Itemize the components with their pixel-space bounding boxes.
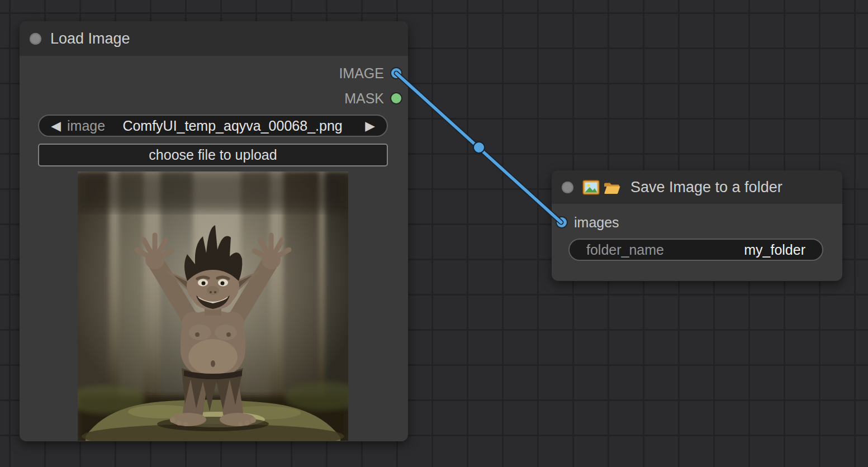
input-slot-images: images — [557, 213, 619, 231]
image-combo-value[interactable]: ComfyUI_temp_aqyva_00068_.png — [105, 118, 360, 134]
output-slot-image-label: IMAGE — [339, 65, 384, 82]
collapse-dot-icon[interactable] — [30, 33, 41, 45]
node-save-image-to-folder[interactable]: Save Image to a folder images folder_nam… — [552, 170, 842, 281]
node-title: Save Image to a folder — [630, 179, 782, 196]
folder-icon — [603, 179, 620, 196]
node-title-icons — [582, 179, 620, 196]
output-slot-mask-label: MASK — [344, 90, 384, 107]
next-arrow-icon[interactable]: ▶ — [360, 120, 380, 132]
output-slot-image: IMAGE — [339, 64, 401, 82]
troll-preview-image — [78, 171, 348, 441]
node-canvas[interactable]: Load Image IMAGE MASK ◀ image ComfyUI_te… — [0, 0, 868, 467]
image-preview — [78, 171, 348, 441]
input-slot-images-label: images — [574, 215, 619, 231]
collapse-dot-icon[interactable] — [562, 182, 573, 193]
node-title: Load Image — [50, 30, 130, 47]
node-load-image-header[interactable]: Load Image — [20, 21, 408, 56]
output-slot-mask-dot[interactable] — [391, 93, 401, 103]
folder-name-value[interactable]: my_folder — [744, 242, 805, 258]
prev-arrow-icon[interactable]: ◀ — [46, 120, 66, 132]
choose-file-button[interactable]: choose file to upload — [38, 144, 388, 166]
image-combo-label: image — [67, 118, 105, 134]
folder-name-widget[interactable]: folder_name my_folder — [568, 239, 823, 261]
input-slot-images-dot[interactable] — [557, 217, 567, 227]
link-image-to-images[interactable] — [396, 73, 561, 222]
folder-name-label: folder_name — [586, 242, 664, 258]
output-slot-image-dot[interactable] — [391, 68, 401, 78]
node-save-header[interactable]: Save Image to a folder — [552, 170, 842, 204]
link-midpoint-dot[interactable] — [473, 142, 485, 153]
link-image-to-images-outline — [396, 73, 561, 222]
picture-icon — [582, 179, 600, 196]
image-combo-widget[interactable]: ◀ image ComfyUI_temp_aqyva_00068_.png ▶ — [38, 115, 388, 137]
node-load-image[interactable]: Load Image IMAGE MASK ◀ image ComfyUI_te… — [20, 21, 408, 441]
output-slot-mask: MASK — [344, 89, 401, 107]
